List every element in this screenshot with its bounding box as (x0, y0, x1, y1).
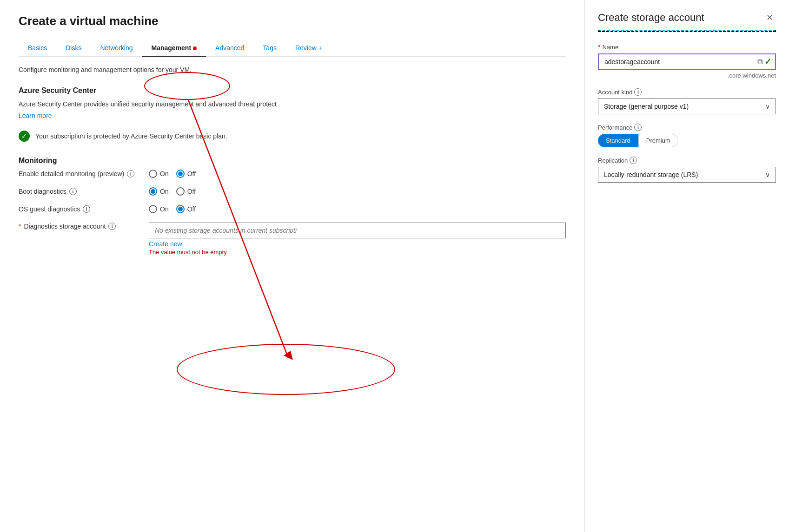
name-input[interactable] (599, 54, 754, 69)
tab-management[interactable]: Management (142, 39, 206, 56)
account-kind-label: Account kind i (598, 88, 776, 96)
panel-body: * Name ⧉ ✓ .core.windows.net Account kin… (585, 43, 789, 532)
left-panel: Create a virtual machine Basics Disks Ne… (0, 0, 584, 532)
subscription-notice: ✓ Your subscription is protected by Azur… (19, 131, 566, 142)
tab-review[interactable]: Review + (286, 39, 332, 56)
panel-header: Create storage account ✕ (585, 0, 789, 30)
domain-suffix: .core.windows.net (598, 72, 776, 79)
right-panel: Create storage account ✕ * Name ⧉ ✓ .cor… (584, 0, 789, 532)
tab-basics[interactable]: Basics (19, 39, 56, 56)
annotation-arrow (0, 0, 584, 532)
learn-more-link[interactable]: Learn more (19, 112, 52, 119)
storage-required-star: * (19, 223, 21, 230)
account-kind-dropdown[interactable]: Storage (general purpose v1) ∨ (598, 99, 776, 114)
detailed-monitoring-off[interactable]: Off (176, 170, 196, 178)
radio-guest-off-selected (176, 205, 185, 213)
name-field-label: * Name (598, 43, 776, 51)
performance-label: Performance i (598, 124, 776, 131)
performance-toggle-group: Standard Premium (598, 134, 776, 147)
boot-diagnostics-off[interactable]: Off (176, 187, 196, 196)
name-input-wrapper: ⧉ ✓ (598, 53, 776, 70)
replication-label: Replication i (598, 157, 776, 164)
detailed-monitoring-options: On Off (149, 170, 196, 178)
detailed-monitoring-info-icon[interactable]: i (127, 170, 134, 177)
subscription-notice-text: Your subscription is protected by Azure … (35, 132, 227, 140)
monitoring-heading: Monitoring (19, 157, 566, 165)
svg-marker-1 (284, 351, 293, 360)
radio-on-circle (149, 170, 157, 178)
tab-tags[interactable]: Tags (253, 39, 286, 56)
boot-diagnostics-on[interactable]: On (149, 187, 169, 196)
tab-disks[interactable]: Disks (56, 39, 91, 56)
detailed-monitoring-row: Enable detailed monitoring (preview) i O… (19, 170, 566, 178)
azure-security-heading: Azure Security Center (19, 86, 566, 95)
valid-check-icon: ✓ (764, 57, 771, 67)
storage-annotation-circle (177, 344, 395, 395)
close-button[interactable]: ✕ (763, 11, 776, 24)
os-guest-label: OS guest diagnostics i (19, 205, 149, 213)
name-required-star: * (598, 43, 600, 51)
os-guest-on[interactable]: On (149, 205, 169, 213)
storage-account-label: * Diagnostics storage account i (19, 223, 149, 230)
account-kind-info-icon[interactable]: i (634, 88, 642, 96)
tab-error-dot (193, 46, 197, 50)
replication-dropdown[interactable]: Locally-redundant storage (LRS) ∨ (598, 167, 776, 183)
panel-divider (598, 30, 776, 32)
performance-standard-btn[interactable]: Standard (598, 134, 638, 147)
panel-title: Create storage account (598, 12, 704, 24)
storage-account-input[interactable] (149, 223, 566, 238)
page-title: Create a virtual machine (19, 14, 566, 28)
tab-annotation-circle (144, 72, 230, 100)
replication-info-icon[interactable]: i (630, 157, 637, 164)
detailed-monitoring-on[interactable]: On (149, 170, 169, 178)
os-guest-options: On Off (149, 205, 196, 213)
azure-security-text: Azure Security Center provides unified s… (19, 99, 566, 109)
section-description: Configure monitoring and management opti… (19, 66, 566, 73)
storage-account-row: * Diagnostics storage account i Create n… (19, 223, 566, 256)
storage-input-wrapper: Create new The value must not be empty. (149, 223, 566, 256)
os-guest-info-icon[interactable]: i (83, 205, 90, 213)
performance-premium-btn[interactable]: Premium (638, 134, 678, 147)
os-guest-off[interactable]: Off (176, 205, 196, 213)
radio-on-selected (149, 187, 157, 196)
performance-info-icon[interactable]: i (634, 124, 642, 131)
create-new-link[interactable]: Create new (149, 240, 566, 248)
tab-advanced[interactable]: Advanced (206, 39, 253, 56)
copy-icon: ⧉ (757, 58, 762, 66)
boot-diagnostics-row: Boot diagnostics i On Off (19, 187, 566, 196)
radio-off-circle (176, 187, 185, 196)
boot-diagnostics-label: Boot diagnostics i (19, 188, 149, 195)
monitoring-section: Monitoring Enable detailed monitoring (p… (19, 157, 566, 256)
tab-networking[interactable]: Networking (91, 39, 142, 56)
radio-guest-on (149, 205, 157, 213)
storage-account-error: The value must not be empty. (149, 249, 566, 256)
boot-diagnostics-options: On Off (149, 187, 196, 196)
replication-arrow: ∨ (765, 171, 770, 178)
boot-diagnostics-info-icon[interactable]: i (69, 188, 77, 195)
storage-account-info-icon[interactable]: i (108, 223, 116, 230)
os-guest-diagnostics-row: OS guest diagnostics i On Off (19, 205, 566, 213)
radio-off-circle-selected (176, 170, 185, 178)
tabs-bar: Basics Disks Networking Management Advan… (19, 39, 566, 57)
account-kind-arrow: ∨ (765, 103, 770, 110)
detailed-monitoring-label: Enable detailed monitoring (preview) i (19, 170, 149, 177)
name-input-icons: ⧉ ✓ (754, 57, 775, 67)
check-icon: ✓ (19, 131, 30, 142)
